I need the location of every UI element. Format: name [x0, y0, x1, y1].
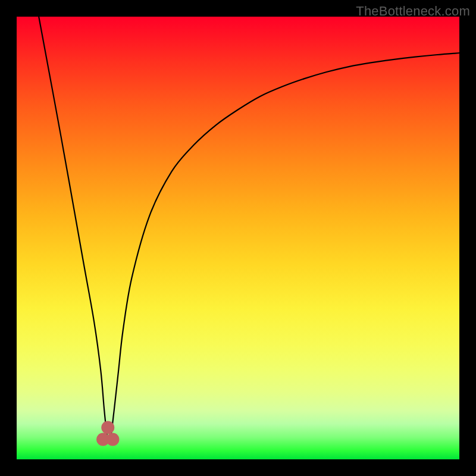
nub-mid [101, 421, 114, 434]
bottleneck-curve [39, 17, 459, 440]
bottleneck-curve-group [39, 17, 459, 440]
chart-frame: TheBottleneck.com [0, 0, 476, 476]
nub-right [106, 433, 119, 446]
plot-area [17, 17, 459, 459]
chart-svg [17, 17, 459, 459]
curve-markers [96, 421, 119, 446]
